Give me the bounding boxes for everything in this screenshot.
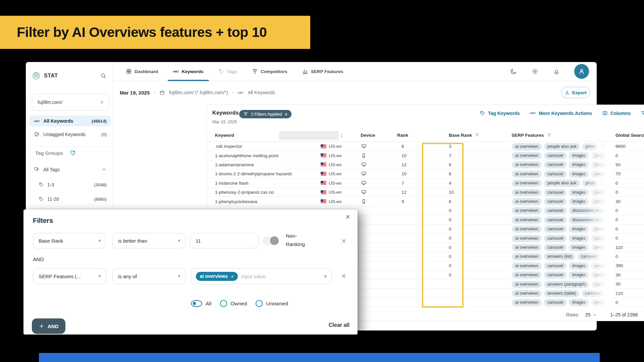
keyword-cell[interactable]: 1-indanone flash — [215, 180, 249, 185]
filters-button[interactable]: Filters — [641, 110, 644, 116]
base-rank-cell: 0 — [449, 236, 451, 241]
filters-applied-pill[interactable]: 2 Filters Applied × — [239, 110, 291, 118]
field-select[interactable]: SERP Features (...▾ — [33, 268, 106, 284]
sidebar-item-count: (46614) — [92, 119, 107, 124]
serp-features-cell: ai overviewscarouselimagespeople — [512, 261, 613, 270]
columns-button[interactable]: Columns — [602, 110, 631, 116]
col-device[interactable]: Device — [361, 133, 375, 138]
add-and-button[interactable]: AND — [32, 318, 65, 334]
radio-owned[interactable]: Owned — [220, 300, 247, 307]
breadcrumb-scope[interactable]: All Keywords — [248, 90, 275, 95]
radio-unowned[interactable]: Unowned — [256, 300, 288, 307]
sidebar-item-label: All Tags — [43, 167, 98, 172]
base-rank-cell: 0 — [449, 217, 451, 222]
sidebar-item-label: Untagged Keywords — [43, 132, 98, 137]
tag-keywords-button[interactable]: Tag Keywords — [480, 110, 520, 116]
table-row[interactable]: 1-adamantanamineUS-en128ai overviewscaro… — [207, 160, 644, 169]
more-keywords-actions-button[interactable]: ABCMore Keywords Actions — [530, 111, 592, 116]
sidebar-item-all-keywords[interactable]: ABC All Keywords (46614) — [29, 116, 111, 126]
sidebar-tag-11-20[interactable]: 11-20(8860) — [34, 194, 111, 204]
clear-all-button[interactable]: Clear all — [329, 322, 350, 328]
serp-feature-chip: ai overviews — [512, 226, 542, 233]
sidebar-item-all-tags[interactable]: All Tags — [29, 164, 111, 175]
bell-icon[interactable] — [553, 68, 560, 75]
serp-feature-chip: images — [569, 235, 589, 242]
keyword-cell[interactable]: 1-phenylcyclohexane — [215, 199, 258, 204]
close-icon[interactable]: × — [285, 111, 288, 117]
rows-per-page-select[interactable]: 25 — [585, 312, 597, 317]
filters-applied-label: 2 Filters Applied — [251, 112, 282, 117]
non-ranking-toggle[interactable] — [263, 237, 278, 245]
tab-dashboard[interactable]: Dashboard — [126, 62, 158, 81]
serp-feature-chip: images — [569, 262, 589, 269]
value-multiselect[interactable]: ai overviews× Input value ▾ — [191, 268, 332, 284]
moon-icon[interactable] — [510, 68, 517, 75]
sidebar-divider — [26, 146, 113, 147]
chevron-up-icon[interactable] — [101, 167, 107, 172]
us-flag-icon — [321, 172, 326, 176]
table-row[interactable]: 1-bromo-2 2-dimethylpropane hazardsUS-en… — [207, 169, 644, 178]
breadcrumb-date[interactable]: Mar 19, 2025 — [120, 90, 150, 96]
col-rank[interactable]: Rank — [397, 133, 408, 138]
tab-serp-features[interactable]: SERP Features — [302, 62, 343, 81]
serp-feature-chip: answers (paragraph) — [544, 281, 589, 288]
keyword-cell[interactable]: 1-adamantanamine — [215, 162, 254, 167]
chevron-down-icon: ▾ — [324, 273, 327, 280]
action-label: Tag Keywords — [488, 111, 520, 116]
col-keyword[interactable]: Keyword — [215, 133, 234, 138]
serp-feature-chip: ra — [600, 143, 611, 150]
tab-tags[interactable]: Tags — [218, 62, 237, 81]
search-icon[interactable] — [100, 72, 107, 79]
funnel-icon[interactable] — [547, 133, 552, 138]
keyword-cell[interactable]: 1-acetonaphthone melting point — [215, 153, 278, 158]
tag-add-icon[interactable] — [70, 150, 104, 156]
col-colon: : — [341, 133, 342, 138]
serp-feature-chip: carousel — [544, 299, 567, 306]
keyword-cell[interactable]: .ndt inspector — [215, 144, 242, 149]
breadcrumb-site[interactable]: fujifilm.com/ (*.fujifilm.com/*) — [169, 90, 228, 95]
keyword-cell[interactable]: 1-bromo-2 2-dimethylpropane hazards — [215, 171, 292, 176]
sidebar-tag-1-3[interactable]: 1-3(3048) — [34, 179, 111, 190]
serp-feature-chip: images — [569, 299, 589, 306]
site-selector[interactable]: fujifilm.com/ — [32, 94, 109, 111]
gear-icon[interactable] — [531, 68, 539, 75]
table-row[interactable]: 1-phenoxy-2-propanol cas noUS-en1210ai o… — [207, 188, 644, 197]
col-volume[interactable]: Global Search Volume — [615, 133, 644, 138]
table-row[interactable]: 1-indanone flashUS-en74ai overviewspeopl… — [207, 179, 644, 188]
desktop-icon — [361, 189, 367, 195]
close-icon[interactable]: × — [345, 212, 350, 222]
brand-name: STAT — [44, 73, 97, 79]
remove-filter-icon[interactable]: × — [341, 236, 346, 246]
operator-select[interactable]: is any of▾ — [112, 268, 185, 284]
avatar[interactable] — [574, 64, 589, 79]
col-serp-features[interactable]: SERP Features — [512, 133, 552, 138]
serp-feature-chip: ai overviews — [512, 161, 542, 168]
radio-dot — [256, 300, 263, 307]
col-base-rank[interactable]: Base Rank — [449, 133, 480, 138]
operator-select[interactable]: is better than▾ — [112, 233, 185, 248]
us-flag-icon — [321, 144, 326, 148]
radio-all[interactable]: All — [191, 300, 211, 307]
tab-keywords[interactable]: ABCKeywords — [173, 62, 204, 81]
serp-features-cell: ai overviewsanswers (table)carousel — [512, 289, 613, 298]
keyword-cell[interactable]: 1-phenoxy-2-propanol cas no — [215, 190, 274, 195]
tab-competitors[interactable]: Competitors — [252, 62, 287, 81]
remove-chip-icon[interactable]: × — [231, 274, 234, 279]
tabs: DashboardABCKeywordsTagsCompetitorsSERP … — [126, 62, 343, 81]
serp-feature-chip: carou — [592, 281, 609, 288]
table-row[interactable]: 1-acetonaphthone melting pointUS-en107ai… — [207, 151, 644, 160]
multiselect-placeholder: Input value — [241, 274, 321, 279]
table-row[interactable]: 1-phenylcyclohexaneUS-en96ai overviewsca… — [207, 197, 644, 206]
remove-filter-icon[interactable]: × — [341, 272, 346, 281]
funnel-icon[interactable] — [475, 133, 480, 138]
value-input[interactable] — [190, 233, 259, 248]
serp-feature-chip: carousel — [544, 152, 567, 159]
serp-features-cell: ai overviewscarouselimagespeople — [512, 225, 613, 234]
serp-features-cell: ai overviewscarouselimagespeople — [512, 234, 613, 243]
export-button[interactable]: Export — [561, 87, 590, 98]
serp-feature-chip: carousel — [544, 161, 567, 168]
table-row[interactable]: .ndt inspectorUS-en83ai overviewspeople … — [207, 142, 644, 151]
sidebar-item-untagged-keywords[interactable]: Untagged Keywords (0) — [29, 129, 111, 140]
volume-cell: 30 — [615, 272, 621, 277]
field-select[interactable]: Base Rank▾ — [33, 233, 106, 248]
